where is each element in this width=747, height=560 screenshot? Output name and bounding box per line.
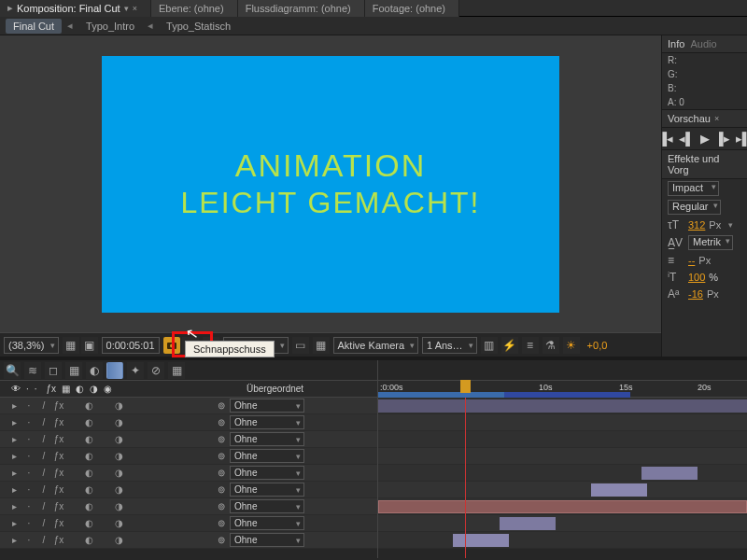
parent-dropdown[interactable]: Ohne xyxy=(230,449,304,463)
snapshot-button[interactable] xyxy=(163,337,180,354)
time-ruler[interactable]: :0:00s 10s 15s 20s xyxy=(378,381,747,398)
mask-toggle-icon[interactable]: ▣ xyxy=(81,337,98,354)
breadcrumb-item[interactable]: Final Cut xyxy=(6,19,62,34)
layer-row[interactable]: ▸·/ƒx◐◑ ⊚ Ohne xyxy=(0,414,377,431)
search-icon[interactable]: 🔍 xyxy=(4,362,21,379)
track-row[interactable] xyxy=(378,431,747,448)
auto-keyframe-icon[interactable]: ⊘ xyxy=(148,362,164,379)
timeline-track-area[interactable]: :0:00s 10s 15s 20s xyxy=(378,360,747,558)
vscale-value[interactable]: 100 xyxy=(688,272,705,283)
camera-dropdown[interactable]: Aktive Kamera xyxy=(333,337,419,354)
roi-icon[interactable]: ▭ xyxy=(292,337,309,354)
exposure-icon[interactable]: ☀ xyxy=(563,337,580,354)
parent-dropdown[interactable]: Ohne xyxy=(230,415,304,429)
layer-row[interactable]: ▸·/ƒx◐◑ ⊚ Ohne xyxy=(0,465,377,482)
font-family-dropdown[interactable]: Impact xyxy=(668,181,719,196)
info-panel-tab[interactable]: Info Audio xyxy=(662,35,747,53)
lock-icon[interactable]: · xyxy=(35,384,37,394)
parent-link-icon[interactable]: ⊚ xyxy=(213,501,230,511)
layer-row[interactable]: ▸·/ƒx◐◑ ⊚ Ohne xyxy=(0,482,377,498)
close-icon[interactable]: × xyxy=(714,114,719,123)
parent-dropdown[interactable]: Ohne xyxy=(230,399,304,413)
next-frame-icon[interactable]: ▐▸ xyxy=(715,132,730,146)
tab-label[interactable]: Audio xyxy=(690,38,716,49)
parent-dropdown[interactable]: Ohne xyxy=(230,499,304,513)
current-timecode[interactable]: 0:00:05:01 xyxy=(102,337,160,354)
layer-row[interactable]: ▸·/ƒx◐◑ ⊚ Ohne xyxy=(0,448,377,465)
tab-dropdown-icon[interactable]: ▾ xyxy=(124,4,129,13)
layer-bar[interactable] xyxy=(378,399,747,413)
track-row[interactable] xyxy=(378,398,747,414)
parent-dropdown[interactable]: Ohne xyxy=(230,516,304,530)
parent-link-icon[interactable]: ⊚ xyxy=(213,400,230,411)
layer-bar[interactable] xyxy=(641,467,698,480)
layer-row[interactable]: ▸·/ƒx◐◑ ⊚ Ohne xyxy=(0,515,377,532)
close-icon[interactable]: × xyxy=(133,4,137,13)
track-row[interactable] xyxy=(378,448,747,465)
layer-bar[interactable] xyxy=(500,517,556,530)
layer-bar[interactable] xyxy=(591,483,647,497)
fontsize-value[interactable]: 312 xyxy=(688,219,705,231)
layer-row[interactable]: ▸·/ƒx◐◑ ⊚ Ohne xyxy=(0,431,377,448)
layer-bar[interactable] xyxy=(378,500,747,513)
layer-bar[interactable] xyxy=(453,534,509,547)
tab-flussdiagramm[interactable]: Flussdiagramm: (ohne) xyxy=(238,0,365,17)
parent-link-icon[interactable]: ⊚ xyxy=(213,468,230,478)
layer-row[interactable]: ▸·/ƒx◐◑ ⊚ Ohne xyxy=(0,498,377,515)
fast-preview-icon[interactable]: ⚡ xyxy=(501,337,518,354)
safezone-icon[interactable]: ▦ xyxy=(63,337,79,354)
vorschau-panel-tab[interactable]: Vorschau× xyxy=(662,110,747,128)
track-row[interactable] xyxy=(378,414,747,431)
lock-icon[interactable]: · xyxy=(26,384,29,394)
current-time-indicator[interactable] xyxy=(465,398,466,558)
layer-row[interactable]: ▸·/ƒx◐◑ ⊚ Ohne xyxy=(0,532,377,549)
track-row[interactable] xyxy=(378,465,747,482)
preview-area[interactable]: ANIMATION LEICHT GEMACHT! xyxy=(0,35,661,332)
draft3d-icon[interactable]: ◻ xyxy=(45,362,62,379)
tracking-value[interactable]: -- xyxy=(688,255,695,266)
parent-dropdown[interactable]: Ohne xyxy=(230,533,304,547)
motionblur-icon[interactable]: ◐ xyxy=(86,362,103,379)
playhead[interactable] xyxy=(460,380,471,393)
parent-link-icon[interactable]: ⊚ xyxy=(213,518,230,528)
baseline-value[interactable]: -16 xyxy=(688,288,703,300)
frameblend-icon[interactable]: ▦ xyxy=(65,362,82,379)
parent-link-icon[interactable]: ⊚ xyxy=(213,434,230,444)
effects-panel-tab[interactable]: Effekte und Vorg xyxy=(662,150,747,179)
eye-icon[interactable]: 👁 xyxy=(11,384,21,394)
parent-dropdown[interactable]: Ohne xyxy=(230,483,304,497)
tab-ebene[interactable]: Ebene: (ohne) xyxy=(151,0,238,17)
views-dropdown[interactable]: 1 Ans… xyxy=(422,337,477,354)
breadcrumb-item[interactable]: Typo_Statisch xyxy=(159,19,238,34)
comp-mini-flow-icon[interactable]: ≋ xyxy=(24,362,41,379)
parent-link-icon[interactable]: ⊚ xyxy=(213,535,230,545)
parent-link-icon[interactable]: ⊚ xyxy=(213,451,230,461)
snap-icon[interactable]: ▦ xyxy=(168,362,185,379)
track-row[interactable] xyxy=(378,532,747,549)
pixel-aspect-icon[interactable]: ▥ xyxy=(481,337,498,354)
transparency-grid-icon[interactable]: ▦ xyxy=(313,337,330,354)
play-icon[interactable]: ▶ xyxy=(700,132,710,146)
zoom-dropdown[interactable]: (38,3%) xyxy=(4,337,59,354)
track-row[interactable] xyxy=(378,482,747,498)
graph-editor-icon[interactable] xyxy=(106,362,123,379)
parent-dropdown[interactable]: Ohne xyxy=(230,466,304,480)
parent-dropdown[interactable]: Ohne xyxy=(230,432,304,446)
tab-komposition[interactable]: Komposition: Final Cut ▾ × xyxy=(0,0,151,17)
first-frame-icon[interactable]: ▐◂ xyxy=(658,132,673,146)
tab-footage[interactable]: Footage: (ohne) xyxy=(365,0,459,17)
prev-frame-icon[interactable]: ◂▌ xyxy=(679,132,694,146)
layer-row[interactable]: ▸·/ƒx◐◑ ⊚ Ohne xyxy=(0,398,377,414)
track-row[interactable] xyxy=(378,515,747,532)
exposure-value[interactable]: +0,0 xyxy=(587,340,608,351)
stepper-icon[interactable]: ▾ xyxy=(728,220,733,230)
brainstorm-icon[interactable]: ⚗ xyxy=(543,337,559,354)
font-style-dropdown[interactable]: Regular xyxy=(668,200,721,215)
track-row[interactable] xyxy=(378,498,747,515)
breadcrumb-item[interactable]: Typo_Intro xyxy=(78,19,142,34)
last-frame-icon[interactable]: ▸▌ xyxy=(736,132,747,146)
kerning-dropdown[interactable]: Metrik xyxy=(688,235,733,250)
brainstorm-icon[interactable]: ✦ xyxy=(127,362,144,379)
timeline-icon[interactable]: ≡ xyxy=(522,337,539,354)
parent-link-icon[interactable]: ⊚ xyxy=(213,484,230,495)
